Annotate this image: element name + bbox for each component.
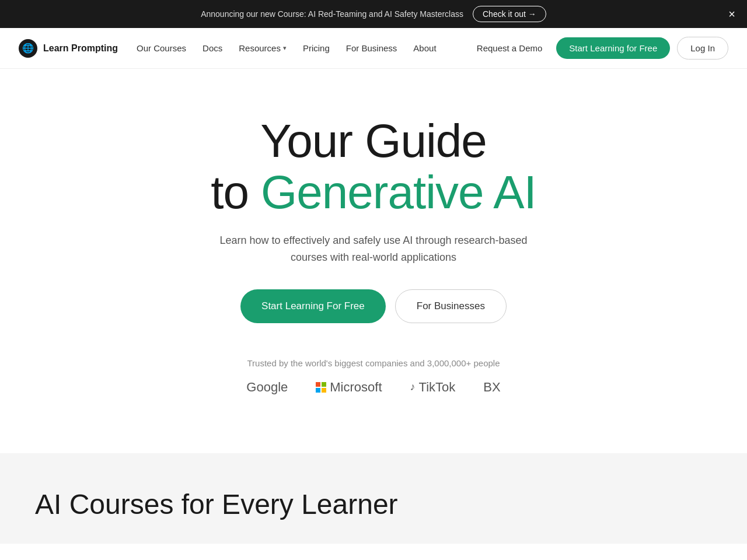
login-button[interactable]: Log In (677, 37, 728, 60)
microsoft-logo-text: Microsoft (330, 380, 382, 395)
nav-resources[interactable]: Resources ▾ (239, 43, 287, 53)
start-learning-hero-button[interactable]: Start Learning For Free (240, 289, 386, 323)
request-demo-button[interactable]: Request a Demo (470, 38, 550, 58)
nav-pricing[interactable]: Pricing (303, 43, 330, 53)
microsoft-grid-icon (316, 382, 326, 393)
announcement-banner: Announcing our new Course: AI Red-Teamin… (0, 0, 747, 28)
ai-courses-section: AI Courses for Every Learner (0, 453, 747, 544)
logo[interactable]: 🌐 Learn Prompting (19, 39, 118, 58)
logo-icon: 🌐 (19, 39, 37, 58)
nav-actions: Request a Demo Start Learning for Free L… (470, 37, 728, 60)
tiktok-logo-text: TikTok (419, 380, 456, 395)
trusted-section: Trusted by the world's biggest companies… (246, 358, 500, 418)
navbar: 🌐 Learn Prompting Our Courses Docs Resou… (0, 28, 747, 69)
nav-for-business[interactable]: For Business (346, 43, 397, 53)
ai-courses-heading: AI Courses for Every Learner (35, 488, 712, 520)
hero-section: Your Guide to Generative AI Learn how to… (0, 69, 747, 453)
close-banner-button[interactable]: × (728, 8, 735, 20)
microsoft-logo: Microsoft (316, 380, 382, 395)
for-businesses-button[interactable]: For Businesses (395, 289, 507, 323)
ms-sq-1 (316, 382, 320, 387)
hero-buttons: Start Learning For Free For Businesses (240, 289, 507, 323)
start-learning-nav-button[interactable]: Start Learning for Free (556, 37, 670, 59)
nav-our-courses[interactable]: Our Courses (137, 43, 186, 53)
hero-heading-plain: to (211, 166, 261, 218)
ms-sq-3 (316, 388, 320, 393)
bx-logo: BX (483, 380, 500, 395)
google-logo: Google (246, 380, 288, 395)
ms-sq-4 (322, 388, 326, 393)
hero-heading-colored: Generative AI (261, 166, 536, 218)
hero-heading-line1: Your Guide (211, 116, 536, 167)
bx-logo-text: BX (483, 380, 500, 395)
chevron-down-icon: ▾ (283, 44, 287, 52)
trusted-logos: Google Microsoft ♪ TikTok BX (246, 380, 500, 395)
nav-about[interactable]: About (413, 43, 436, 53)
tiktok-logo: ♪ TikTok (410, 380, 456, 395)
check-it-out-button[interactable]: Check it out → (473, 6, 546, 22)
logo-text: Learn Prompting (43, 43, 118, 54)
hero-heading-line2: to Generative AI (211, 167, 536, 218)
trusted-text: Trusted by the world's biggest companies… (247, 358, 500, 368)
nav-links: Our Courses Docs Resources ▾ Pricing For… (137, 43, 470, 53)
google-logo-text: Google (246, 380, 288, 395)
hero-heading: Your Guide to Generative AI (211, 116, 536, 218)
hero-subtext: Learn how to effectively and safely use … (216, 232, 531, 266)
announcement-text: Announcing our new Course: AI Red-Teamin… (201, 9, 463, 19)
tiktok-icon: ♪ (410, 381, 416, 393)
ms-sq-2 (322, 382, 326, 387)
nav-docs[interactable]: Docs (203, 43, 222, 53)
